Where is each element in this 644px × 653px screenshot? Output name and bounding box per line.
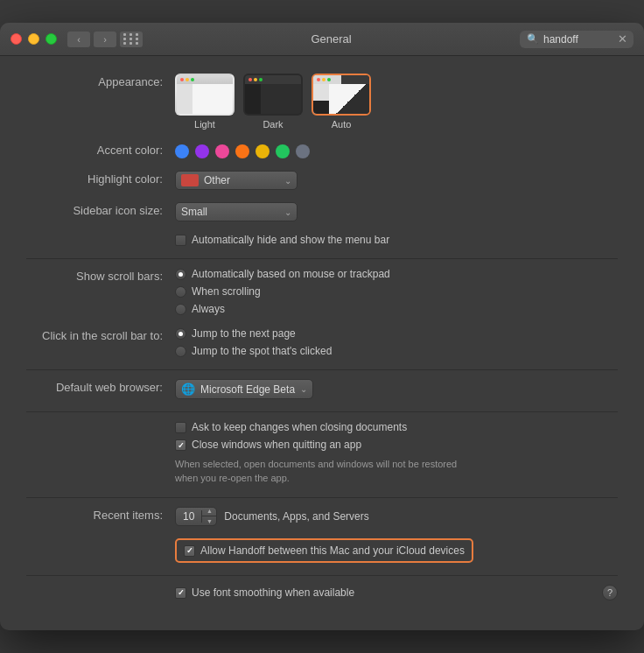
auto-thumb [312, 74, 371, 116]
menu-bar-content: Automatically hide and show the menu bar [175, 234, 618, 246]
click-next-page-label: Jump to the next page [192, 327, 296, 340]
content-area: Appearance: [0, 56, 644, 630]
scroll-auto-radio[interactable] [175, 269, 186, 280]
appearance-option-light[interactable]: Light [175, 74, 234, 130]
click-scroll-radio-group: Jump to the next page Jump to the spot t… [175, 327, 332, 357]
font-smoothing-checkbox-label: Use font smoothing when available [192, 586, 354, 599]
menu-bar-checkbox-row: Automatically hide and show the menu bar [175, 234, 389, 246]
accent-pink[interactable] [215, 144, 229, 158]
click-spot-option[interactable]: Jump to the spot that's clicked [175, 345, 332, 357]
accent-blue[interactable] [175, 144, 189, 158]
close-button[interactable] [10, 33, 22, 45]
scroll-always-label: Always [192, 303, 225, 315]
highlight-color-value: Other [204, 174, 279, 186]
accent-gray[interactable] [296, 144, 310, 158]
click-spot-radio[interactable] [175, 346, 186, 357]
menu-bar-checkbox[interactable] [175, 235, 186, 246]
close-windows-checkbox-row: Close windows when quitting an app [175, 439, 361, 451]
scroll-scrolling-option[interactable]: When scrolling [175, 285, 390, 298]
highlight-color-label: Highlight color: [26, 171, 175, 186]
maximize-button[interactable] [46, 33, 57, 45]
handoff-highlight-box: Allow Handoff between this Mac and your … [175, 538, 473, 563]
accent-yellow[interactable] [256, 144, 270, 158]
scroll-auto-label: Automatically based on mouse or trackpad [192, 268, 390, 280]
sidebar-icon-size-label: Sidebar icon size: [26, 202, 175, 217]
accent-color-row: Accent color: [26, 142, 618, 158]
click-next-page-radio[interactable] [175, 328, 186, 340]
close-windows-checkbox[interactable] [175, 439, 186, 451]
default-browser-dropdown[interactable]: 🌐 Microsoft Edge Beta ⌄ [175, 379, 313, 399]
titlebar: ‹ › General 🔍 ✕ [0, 23, 644, 56]
appearance-option-auto[interactable]: Auto [312, 74, 371, 130]
ask-changes-checkbox-row: Ask to keep changes when closing documen… [175, 421, 407, 433]
default-browser-row: Default web browser: 🌐 Microsoft Edge Be… [26, 379, 618, 399]
default-browser-value: Microsoft Edge Beta [200, 383, 295, 396]
search-box[interactable]: 🔍 ✕ [520, 31, 634, 48]
close-windows-checkbox-label: Close windows when quitting an app [192, 439, 361, 451]
sidebar-icon-size-content: Small ⌄ [175, 202, 618, 221]
clear-search-button[interactable]: ✕ [618, 33, 627, 45]
help-button[interactable]: ? [602, 585, 618, 600]
ask-changes-row: Ask to keep changes when closing documen… [26, 421, 618, 485]
light-label: Light [194, 119, 215, 130]
back-button[interactable]: ‹ [67, 32, 90, 47]
scroll-always-option[interactable]: Always [175, 303, 390, 315]
click-spot-label: Jump to the spot that's clicked [192, 345, 332, 357]
recent-items-stepper[interactable]: 10 ▲ ▼ [175, 507, 217, 526]
click-scroll-bar-row: Click in the scroll bar to: Jump to the … [26, 327, 618, 357]
search-input[interactable] [543, 33, 613, 46]
accent-orange[interactable] [235, 144, 249, 158]
appearance-option-dark[interactable]: Dark [243, 74, 303, 130]
highlight-swatch [181, 174, 199, 186]
appearance-options: Light [175, 74, 618, 130]
menu-bar-checkbox-label: Automatically hide and show the menu bar [192, 234, 389, 246]
minimize-button[interactable] [28, 33, 39, 45]
stepper-up-button[interactable]: ▲ [202, 507, 216, 516]
browser-dropdown-arrow: ⌄ [300, 384, 307, 394]
forward-button[interactable]: › [94, 32, 116, 47]
stepper-down-button[interactable]: ▼ [202, 516, 216, 526]
accent-purple[interactable] [195, 144, 209, 158]
documents-content: Ask to keep changes when closing documen… [175, 421, 618, 485]
traffic-lights [10, 33, 57, 45]
highlight-color-content: Other ⌄ [175, 171, 618, 190]
search-icon: 🔍 [527, 33, 539, 45]
font-smoothing-content: Use font smoothing when available ? [175, 585, 618, 600]
default-browser-content: 🌐 Microsoft Edge Beta ⌄ [175, 379, 618, 399]
recent-items-label: Recent items: [26, 507, 175, 522]
window-title: General [143, 32, 520, 46]
highlight-color-dropdown[interactable]: Other ⌄ [175, 171, 298, 190]
show-scroll-bars-label: Show scroll bars: [26, 268, 175, 283]
scroll-always-radio[interactable] [175, 304, 186, 315]
recent-items-content: 10 ▲ ▼ Documents, Apps, and Servers [175, 507, 618, 526]
auto-label: Auto [332, 119, 352, 130]
click-scroll-bar-label: Click in the scroll bar to: [26, 327, 175, 342]
divider-3 [26, 411, 618, 412]
menu-bar-row: Automatically hide and show the menu bar [26, 234, 618, 246]
sidebar-icon-size-dropdown[interactable]: Small ⌄ [175, 202, 298, 221]
nav-buttons: ‹ › [67, 32, 116, 47]
font-smoothing-row: Use font smoothing when available ? [26, 585, 618, 600]
menu-bar-label [26, 234, 175, 235]
stepper-buttons: ▲ ▼ [202, 507, 216, 526]
window: ‹ › General 🔍 ✕ Appearance: [0, 23, 644, 630]
show-scroll-bars-row: Show scroll bars: Automatically based on… [26, 268, 618, 315]
handoff-checkbox[interactable] [184, 545, 195, 557]
documents-note: When selected, open documents and window… [175, 458, 472, 485]
scroll-auto-option[interactable]: Automatically based on mouse or trackpad [175, 268, 390, 280]
click-scroll-bar-content: Jump to the next page Jump to the spot t… [175, 327, 618, 357]
accent-green[interactable] [276, 144, 290, 158]
sidebar-icon-size-row: Sidebar icon size: Small ⌄ [26, 202, 618, 221]
sidebar-icon-size-value: Small [181, 206, 279, 218]
scroll-scrolling-radio[interactable] [175, 286, 186, 298]
show-scroll-bars-content: Automatically based on mouse or trackpad… [175, 268, 618, 315]
light-thumb [175, 74, 234, 116]
font-smoothing-label [26, 592, 175, 593]
font-smoothing-checkbox[interactable] [175, 587, 186, 599]
click-next-page-option[interactable]: Jump to the next page [175, 327, 332, 340]
ask-changes-checkbox[interactable] [175, 422, 186, 433]
apps-grid-button[interactable] [120, 32, 143, 47]
default-browser-label: Default web browser: [26, 379, 175, 394]
ask-changes-label [26, 421, 175, 423]
recent-items-value: 10 [176, 510, 202, 523]
